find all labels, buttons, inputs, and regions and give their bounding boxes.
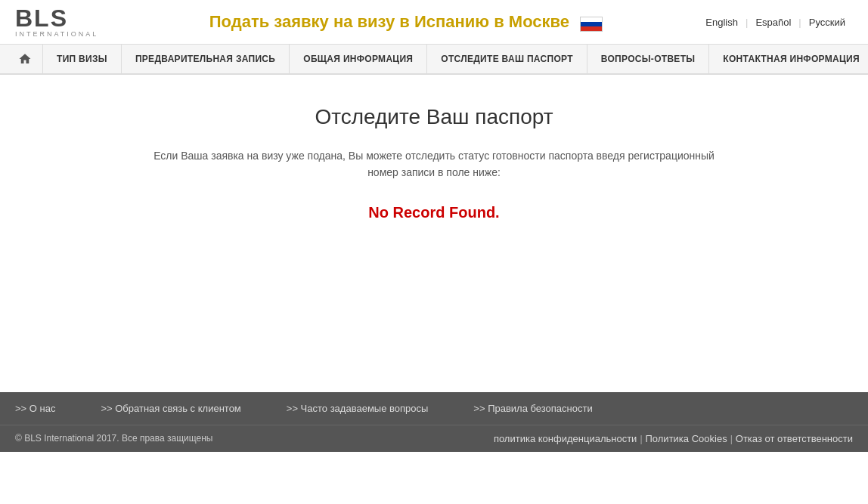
header: BLS INTERNATIONAL Подать заявку на визу …: [0, 0, 868, 45]
main-content: Отследите Ваш паспорт Если Ваша заявка н…: [0, 75, 868, 392]
footer-link-about[interactable]: >> О нас: [15, 403, 55, 414]
nav-items-container: ТИП ВИЗЫПРЕДВАРИТЕЛЬНАЯ ЗАПИСЬОБЩАЯ ИНФО…: [43, 45, 868, 73]
header-title: Подать заявку на визу в Испанию в Москве: [113, 12, 698, 32]
nav-item-faq[interactable]: ВОПРОСЫ-ОТВЕТЫ: [587, 45, 710, 73]
footer-bottom-link-privacy[interactable]: политика конфиденциальности: [494, 433, 637, 444]
nav-item-general-info[interactable]: ОБЩАЯ ИНФОРМАЦИЯ: [290, 45, 427, 73]
nav-item-track-passport[interactable]: ОТСЛЕДИТЕ ВАШ ПАСПОРТ: [427, 45, 587, 73]
home-icon: [18, 52, 32, 66]
footer: >> О нас>> Обратная связь с клиентом>> Ч…: [0, 392, 868, 452]
logo-international: INTERNATIONAL: [15, 30, 98, 38]
footer-links: >> О нас>> Обратная связь с клиентом>> Ч…: [0, 392, 868, 425]
footer-link-security[interactable]: >> Правила безопасности: [473, 403, 592, 414]
nav-bar: ТИП ВИЗЫПРЕДВАРИТЕЛЬНАЯ ЗАПИСЬОБЩАЯ ИНФО…: [0, 45, 868, 75]
copyright-text: © BLS International 2017. Все права защи…: [15, 433, 212, 444]
footer-bottom: © BLS International 2017. Все права защи…: [0, 425, 868, 452]
footer-link-faq-footer[interactable]: >> Часто задаваемые вопросы: [287, 403, 429, 414]
footer-bottom-link-disclaimer[interactable]: Отказ от ответственности: [736, 433, 853, 444]
language-switcher: English | Español | Русский: [698, 17, 853, 28]
lang-english[interactable]: English: [698, 17, 746, 28]
lang-espanol[interactable]: Español: [748, 17, 798, 28]
nav-item-pre-registration[interactable]: ПРЕДВАРИТЕЛЬНАЯ ЗАПИСЬ: [122, 45, 290, 73]
nav-item-visa-type[interactable]: ТИП ВИЗЫ: [43, 45, 122, 73]
footer-pipe-2: |: [730, 434, 733, 444]
logo-area: BLS INTERNATIONAL: [15, 6, 98, 38]
footer-link-feedback[interactable]: >> Обратная связь с клиентом: [101, 403, 240, 414]
footer-bottom-right: политика конфиденциальности | Политика C…: [494, 433, 853, 444]
logo-bls: BLS: [15, 6, 98, 30]
lang-russian[interactable]: Русский: [801, 17, 853, 28]
footer-pipe-1: |: [640, 434, 642, 444]
header-title-text: Подать заявку на визу в Испанию в Москве: [209, 12, 569, 31]
nav-home[interactable]: [8, 45, 43, 73]
footer-bottom-link-cookies[interactable]: Политика Cookies: [646, 433, 727, 444]
page-title: Отследите Ваш паспорт: [15, 105, 853, 129]
nav-item-contact[interactable]: КОНТАКТНАЯ ИНФОРМАЦИЯ: [709, 45, 868, 73]
description-text: Если Ваша заявка на визу уже подана, Вы …: [147, 147, 721, 181]
no-record-message: No Record Found.: [15, 204, 853, 221]
russia-flag-icon: [580, 17, 603, 32]
